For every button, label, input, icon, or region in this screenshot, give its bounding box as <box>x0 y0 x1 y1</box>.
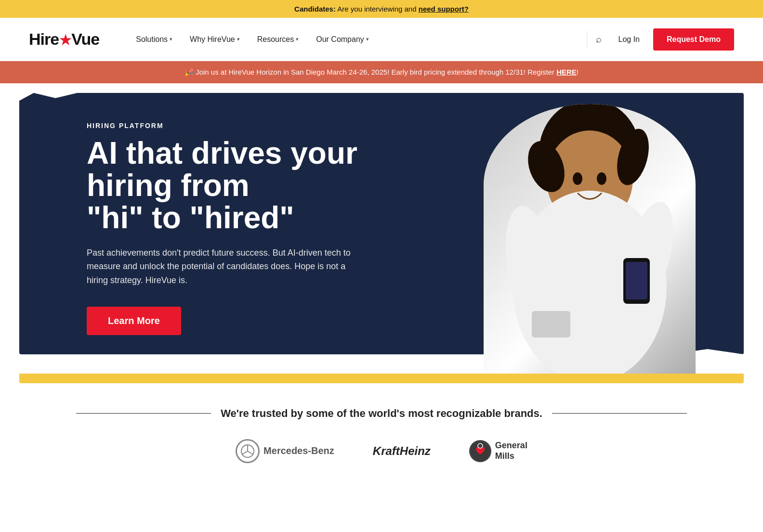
logo-text: Hire★Vue <box>29 30 99 49</box>
announcement-bar: Candidates: Are you interviewing and nee… <box>0 0 763 18</box>
hero-section: HIRING PLATFORM AI that drives your hiri… <box>0 83 763 374</box>
nav-solutions[interactable]: Solutions ▾ <box>128 31 180 48</box>
request-demo-button[interactable]: Request Demo <box>653 28 734 51</box>
generalmills-text: General Mills <box>495 441 527 461</box>
svg-point-11 <box>573 172 582 185</box>
hero-content: HIRING PLATFORM AI that drives your hiri… <box>29 83 390 374</box>
trust-heading: We're trusted by some of the world's mos… <box>29 407 734 420</box>
event-text: Join us at HireVue Horizon in San Diego … <box>194 68 556 76</box>
nav-actions: ⌕ Log In Request Demo <box>593 28 734 51</box>
register-here-link[interactable]: HERE <box>556 68 577 76</box>
person-graphic <box>397 94 734 374</box>
nav-solutions-label: Solutions <box>136 35 168 44</box>
nav-resources[interactable]: Resources ▾ <box>250 31 306 48</box>
svg-rect-8 <box>532 311 570 337</box>
hero-image <box>397 83 734 374</box>
logo-hire: Hire <box>29 30 59 48</box>
nav-divider <box>587 31 587 48</box>
nav-our-company-label: Our Company <box>316 35 364 44</box>
mercedes-svg <box>240 444 255 458</box>
demo-label: Request Demo <box>667 35 721 43</box>
chevron-down-icon: ▾ <box>296 36 299 42</box>
logo-vue: Vue <box>71 30 99 48</box>
event-suffix: ! <box>577 68 579 76</box>
nav-resources-label: Resources <box>257 35 294 44</box>
generalmills-logo: General Mills <box>469 440 527 462</box>
person-svg <box>484 104 696 374</box>
mercedes-logo: Mercedes-Benz <box>236 439 334 463</box>
kraftheinz-logo: KraftHeinz <box>373 444 431 458</box>
announcement-text: Are you interviewing and <box>336 5 419 13</box>
yellow-stripe <box>19 374 744 383</box>
svg-line-16 <box>248 451 253 454</box>
generalmills-icon <box>469 440 491 462</box>
learn-more-button[interactable]: Learn More <box>87 307 181 335</box>
hero-description: Past achievements don't predict future s… <box>87 246 356 287</box>
learn-more-label: Learn More <box>108 315 160 326</box>
svg-rect-7 <box>626 262 647 299</box>
trust-section: We're trusted by some of the world's mos… <box>0 383 763 487</box>
generalmills-svg <box>470 441 490 461</box>
person-silhouette <box>484 104 696 374</box>
logo[interactable]: Hire★Vue <box>29 30 99 49</box>
announcement-prefix: Candidates: <box>294 5 336 13</box>
login-button[interactable]: Log In <box>612 31 645 48</box>
svg-line-15 <box>242 451 248 454</box>
trust-line-right <box>552 413 687 414</box>
event-emoji: 🎉 <box>184 68 194 76</box>
trust-line-left <box>76 413 211 414</box>
nav-our-company[interactable]: Our Company ▾ <box>308 31 377 48</box>
nav-links: Solutions ▾ Why HireVue ▾ Resources ▾ Ou… <box>128 31 581 48</box>
svg-point-12 <box>597 172 606 185</box>
login-label: Log In <box>618 35 639 43</box>
hero-label: HIRING PLATFORM <box>87 122 361 130</box>
support-link[interactable]: need support? <box>419 5 469 13</box>
hero-title-line2: "hi" to "hired" <box>87 200 294 235</box>
search-icon: ⌕ <box>596 34 602 44</box>
trust-heading-text: We're trusted by some of the world's mos… <box>221 407 542 420</box>
logo-star: ★ <box>59 32 71 48</box>
mercedes-label: Mercedes-Benz <box>263 445 334 456</box>
svg-point-18 <box>478 443 483 448</box>
brand-logos: Mercedes-Benz KraftHeinz General Mil <box>29 439 734 463</box>
main-nav: Hire★Vue Solutions ▾ Why HireVue ▾ Resou… <box>0 18 763 61</box>
search-button[interactable]: ⌕ <box>593 31 605 48</box>
event-banner: 🎉 Join us at HireVue Horizon in San Dieg… <box>0 61 763 83</box>
chevron-down-icon: ▾ <box>170 36 172 42</box>
nav-why-label: Why HireVue <box>190 35 235 44</box>
nav-why-hirevue[interactable]: Why HireVue ▾ <box>182 31 248 48</box>
hero-title: AI that drives your hiring from "hi" to … <box>87 137 361 234</box>
hero-title-line1: AI that drives your hiring from <box>87 136 357 203</box>
chevron-down-icon: ▾ <box>237 36 240 42</box>
kraftheinz-label: KraftHeinz <box>373 444 431 458</box>
chevron-down-icon: ▾ <box>366 36 369 42</box>
mercedes-icon <box>236 439 260 463</box>
